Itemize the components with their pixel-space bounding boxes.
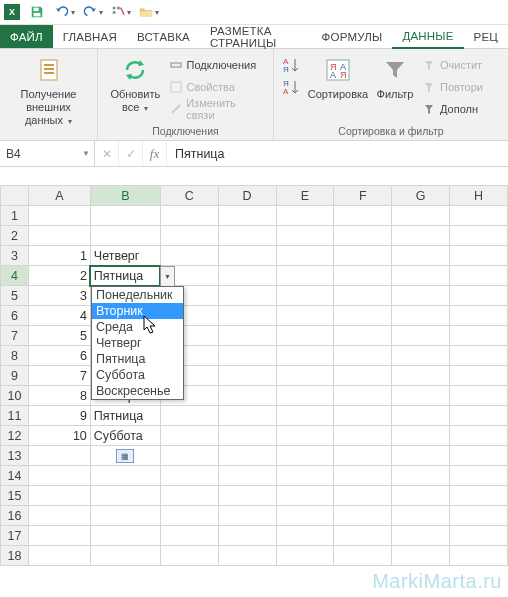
- cell[interactable]: [392, 326, 450, 346]
- cell[interactable]: [334, 286, 392, 306]
- cell[interactable]: [160, 446, 218, 466]
- cell[interactable]: [218, 546, 276, 566]
- save-button[interactable]: [26, 2, 48, 22]
- cell[interactable]: [276, 546, 334, 566]
- cell[interactable]: [28, 466, 90, 486]
- row-header[interactable]: 2: [1, 226, 29, 246]
- cell[interactable]: [276, 486, 334, 506]
- cell[interactable]: [392, 466, 450, 486]
- tab-review[interactable]: РЕЦ: [464, 25, 508, 48]
- col-header[interactable]: E: [276, 186, 334, 206]
- cell[interactable]: [450, 246, 508, 266]
- cell[interactable]: [276, 286, 334, 306]
- autocomplete-option[interactable]: Пятница: [92, 351, 183, 367]
- cell[interactable]: [392, 486, 450, 506]
- cell[interactable]: Суббота: [90, 426, 160, 446]
- cell[interactable]: [218, 506, 276, 526]
- cell[interactable]: [334, 406, 392, 426]
- cell[interactable]: [90, 226, 160, 246]
- col-header[interactable]: F: [334, 186, 392, 206]
- cell[interactable]: Пятница: [90, 406, 160, 426]
- cell[interactable]: [160, 526, 218, 546]
- autocomplete-option[interactable]: Среда: [92, 319, 183, 335]
- cell[interactable]: [334, 246, 392, 266]
- row-header[interactable]: 15: [1, 486, 29, 506]
- cell[interactable]: [450, 306, 508, 326]
- cell[interactable]: [450, 226, 508, 246]
- cell[interactable]: [392, 306, 450, 326]
- cell[interactable]: [160, 246, 218, 266]
- cell[interactable]: 3: [28, 286, 90, 306]
- cell[interactable]: [450, 546, 508, 566]
- cell[interactable]: [28, 486, 90, 506]
- cell[interactable]: [334, 506, 392, 526]
- cell[interactable]: [160, 426, 218, 446]
- cell[interactable]: [218, 226, 276, 246]
- cell[interactable]: [90, 466, 160, 486]
- cell[interactable]: [450, 446, 508, 466]
- cell[interactable]: [450, 466, 508, 486]
- cell[interactable]: [218, 346, 276, 366]
- row-header[interactable]: 1: [1, 206, 29, 226]
- get-external-data-button[interactable]: Получение внешних данных ▾: [6, 52, 91, 130]
- row-header[interactable]: 13: [1, 446, 29, 466]
- touch-mode-button[interactable]: ▾: [110, 2, 132, 22]
- cell[interactable]: Пятница: [90, 266, 160, 286]
- col-header[interactable]: D: [218, 186, 276, 206]
- row-header[interactable]: 14: [1, 466, 29, 486]
- cell[interactable]: [450, 386, 508, 406]
- cell[interactable]: [160, 406, 218, 426]
- cell[interactable]: [392, 366, 450, 386]
- sort-desc-button[interactable]: ЯА: [280, 76, 302, 98]
- cell[interactable]: [28, 546, 90, 566]
- cell[interactable]: [392, 386, 450, 406]
- cell[interactable]: [450, 206, 508, 226]
- cell[interactable]: [90, 206, 160, 226]
- autocomplete-option[interactable]: Вторник: [92, 303, 183, 319]
- cell[interactable]: [276, 326, 334, 346]
- cell[interactable]: [90, 506, 160, 526]
- autocomplete-option[interactable]: Суббота: [92, 367, 183, 383]
- cell[interactable]: [276, 206, 334, 226]
- autocomplete-option[interactable]: Четверг: [92, 335, 183, 351]
- tab-insert[interactable]: ВСТАВКА: [127, 25, 200, 48]
- col-header[interactable]: H: [450, 186, 508, 206]
- cell[interactable]: [276, 426, 334, 446]
- cell[interactable]: [334, 486, 392, 506]
- cell[interactable]: [218, 426, 276, 446]
- undo-button[interactable]: ▾: [54, 2, 76, 22]
- cell[interactable]: [450, 506, 508, 526]
- cell[interactable]: [28, 226, 90, 246]
- sort-asc-button[interactable]: АЯ: [280, 54, 302, 76]
- row-header[interactable]: 6: [1, 306, 29, 326]
- cell[interactable]: [160, 506, 218, 526]
- row-header[interactable]: 10: [1, 386, 29, 406]
- cell[interactable]: [218, 286, 276, 306]
- sort-button[interactable]: ЯААЯ Сортировка: [306, 52, 370, 103]
- cell[interactable]: [392, 346, 450, 366]
- cell[interactable]: [276, 406, 334, 426]
- redo-button[interactable]: ▾: [82, 2, 104, 22]
- autocomplete-option[interactable]: Воскресенье: [92, 383, 183, 399]
- cell[interactable]: [392, 426, 450, 446]
- cell[interactable]: 2: [28, 266, 90, 286]
- open-button[interactable]: ▾: [138, 2, 160, 22]
- col-header[interactable]: C: [160, 186, 218, 206]
- connections-button[interactable]: Подключения: [167, 54, 267, 76]
- cell[interactable]: [392, 286, 450, 306]
- cell[interactable]: 8: [28, 386, 90, 406]
- cell[interactable]: [334, 346, 392, 366]
- cell[interactable]: [218, 386, 276, 406]
- cell[interactable]: 7: [28, 366, 90, 386]
- cell[interactable]: [90, 486, 160, 506]
- row-header[interactable]: 7: [1, 326, 29, 346]
- cancel-formula-button[interactable]: ✕: [95, 141, 119, 166]
- tab-file[interactable]: ФАЙЛ: [0, 25, 53, 48]
- cell[interactable]: [450, 366, 508, 386]
- cell-dropdown-handle[interactable]: ▼: [160, 266, 175, 287]
- cell[interactable]: [450, 526, 508, 546]
- cell[interactable]: [218, 486, 276, 506]
- cell[interactable]: [334, 386, 392, 406]
- cell[interactable]: [218, 266, 276, 286]
- cell[interactable]: [218, 246, 276, 266]
